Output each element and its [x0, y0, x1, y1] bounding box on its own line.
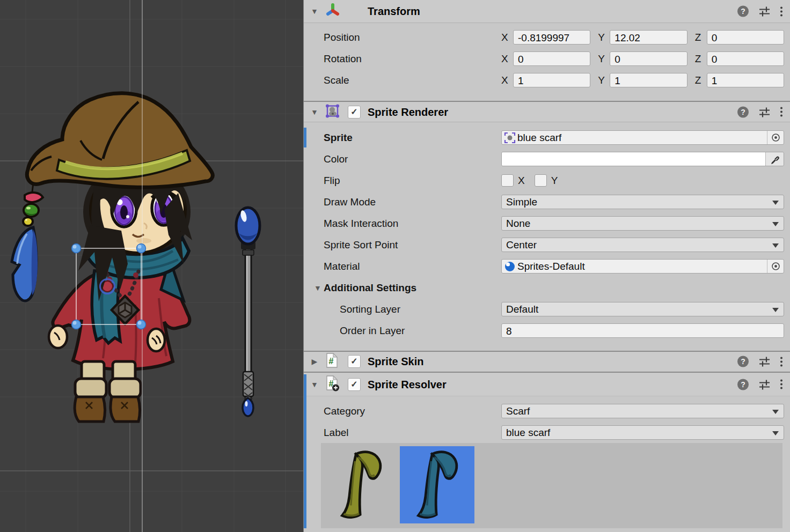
chevron-down-icon	[772, 222, 779, 226]
rotation-y-field[interactable]: 0	[610, 51, 687, 66]
object-picker-icon[interactable]	[767, 260, 784, 273]
foldout-arrow-icon[interactable]: ▼	[313, 284, 322, 292]
category-label: Category	[324, 405, 365, 417]
category-row: Category Scarf	[304, 403, 790, 419]
transform-header[interactable]: ▼ Transform ?	[304, 0, 790, 23]
axis-x-label: X	[501, 53, 513, 65]
sorting-layer-value: Default	[506, 304, 538, 315]
transform-icon	[325, 3, 340, 20]
label-row: Label blue scarf	[304, 425, 790, 440]
sprite-sort-point-value: Center	[506, 239, 537, 250]
foldout-arrow-icon[interactable]: ▼	[310, 108, 319, 116]
presets-icon[interactable]	[758, 106, 771, 118]
help-icon[interactable]: ?	[737, 106, 749, 117]
foldout-arrow-icon[interactable]: ▼	[310, 7, 319, 16]
axis-z-label: Z	[695, 75, 707, 86]
scale-x-field[interactable]: 1	[513, 73, 590, 87]
order-in-layer-row: Order in Layer 8	[304, 323, 790, 338]
additional-settings-foldout[interactable]: ▼ Additional Settings	[304, 281, 790, 295]
scale-y-field[interactable]: 1	[610, 73, 687, 87]
sprite-row: Sprite blue scarf	[304, 130, 790, 145]
color-row: Color	[304, 151, 790, 167]
draw-mode-row: Draw Mode Simple	[304, 194, 790, 210]
scale-label: Scale	[324, 75, 349, 86]
scene-view[interactable]	[0, 0, 303, 532]
mask-interaction-dropdown[interactable]: None	[501, 216, 784, 231]
script-icon: #	[325, 353, 339, 370]
staff-sprite[interactable]	[236, 208, 260, 416]
scale-z-field[interactable]: 1	[707, 73, 784, 87]
sprite-skin-header[interactable]: ▶ # ✓ Sprite Skin ?	[304, 352, 790, 371]
chevron-down-icon	[772, 431, 779, 435]
category-dropdown[interactable]: Scarf	[501, 404, 784, 418]
sprite-renderer-header[interactable]: ▼ ✓ Sprite Renderer ?	[304, 102, 790, 122]
position-label: Position	[324, 32, 360, 43]
more-menu-icon[interactable]	[780, 380, 782, 389]
label-dropdown[interactable]: blue scarf	[501, 425, 784, 440]
sprite-resolver-header[interactable]: ▼ # ✓ Sprite Resolver ?	[304, 373, 790, 396]
material-object-field[interactable]: Sprites-Default	[501, 259, 784, 274]
hat-feather	[12, 227, 38, 301]
flip-label: Flip	[324, 175, 340, 187]
position-x-field[interactable]: -0.8199997	[513, 30, 590, 45]
color-swatch-field[interactable]	[501, 152, 784, 166]
axis-z-label: Z	[695, 53, 707, 65]
presets-icon[interactable]	[758, 5, 771, 18]
label-value: blue scarf	[506, 427, 550, 438]
component-enabled-checkbox[interactable]: ✓	[348, 378, 361, 391]
chevron-down-icon	[772, 308, 779, 312]
prefab-override-bar	[304, 374, 306, 528]
flip-x-checkbox[interactable]	[501, 174, 514, 187]
eyedropper-icon[interactable]	[765, 152, 784, 166]
inspector-panel: ▼ Transform ?	[303, 0, 790, 532]
draw-mode-dropdown[interactable]: Simple	[501, 195, 784, 209]
scarf-thumbnail-blue-selected[interactable]	[400, 446, 474, 523]
axis-x-label: X	[501, 32, 513, 43]
foldout-arrow-icon[interactable]: ▶	[310, 357, 319, 366]
help-icon[interactable]: ?	[737, 356, 749, 367]
color-swatch[interactable]	[502, 152, 765, 166]
sorting-layer-row: Sorting Layer Default	[304, 301, 790, 317]
flip-y-checkbox[interactable]	[535, 174, 547, 187]
svg-text:#: #	[329, 357, 334, 366]
axis-x-label: X	[501, 75, 513, 86]
scarf-thumbnail-green[interactable]	[324, 446, 398, 523]
material-sphere-icon	[504, 261, 516, 272]
axis-y-label: Y	[598, 75, 610, 86]
script-plus-icon: #	[325, 375, 340, 394]
more-menu-icon[interactable]	[780, 6, 782, 16]
position-z-field[interactable]: 0	[707, 30, 784, 45]
flip-y-label: Y	[551, 175, 558, 187]
draw-mode-value: Simple	[506, 196, 537, 208]
position-y-field[interactable]: 12.02	[610, 30, 687, 45]
order-in-layer-field[interactable]: 8	[501, 323, 784, 338]
object-picker-icon[interactable]	[767, 131, 784, 144]
sprite-sort-point-dropdown[interactable]: Center	[501, 238, 784, 252]
sprite-object-field[interactable]: blue scarf	[501, 130, 784, 145]
component-enabled-checkbox[interactable]: ✓	[348, 355, 361, 368]
category-value: Scarf	[506, 405, 530, 417]
more-menu-icon[interactable]	[780, 357, 782, 366]
more-menu-icon[interactable]	[780, 107, 782, 117]
component-title: Sprite Skin	[368, 356, 423, 368]
additional-settings-label: Additional Settings	[324, 282, 416, 294]
rotation-z-field[interactable]: 0	[707, 51, 784, 66]
component-title: Sprite Resolver	[368, 378, 447, 390]
presets-icon[interactable]	[758, 378, 771, 390]
presets-icon[interactable]	[758, 356, 771, 368]
scene-canvas[interactable]	[0, 0, 303, 532]
axis-y-label: Y	[598, 32, 610, 43]
help-icon[interactable]: ?	[737, 6, 749, 17]
sprite-sort-point-label: Sprite Sort Point	[324, 239, 398, 251]
flip-x-label: X	[518, 175, 525, 187]
sorting-layer-label: Sorting Layer	[340, 304, 400, 315]
sorting-layer-dropdown[interactable]: Default	[501, 302, 784, 316]
foldout-arrow-icon[interactable]: ▼	[310, 380, 319, 389]
character-sprite[interactable]	[12, 93, 213, 422]
rotation-x-field[interactable]: 0	[513, 51, 590, 66]
hat-beads	[23, 182, 43, 226]
sprite-renderer-icon	[325, 104, 340, 120]
help-icon[interactable]: ?	[737, 379, 749, 390]
mask-interaction-row: Mask Interaction None	[304, 216, 790, 231]
component-enabled-checkbox[interactable]: ✓	[348, 106, 361, 119]
